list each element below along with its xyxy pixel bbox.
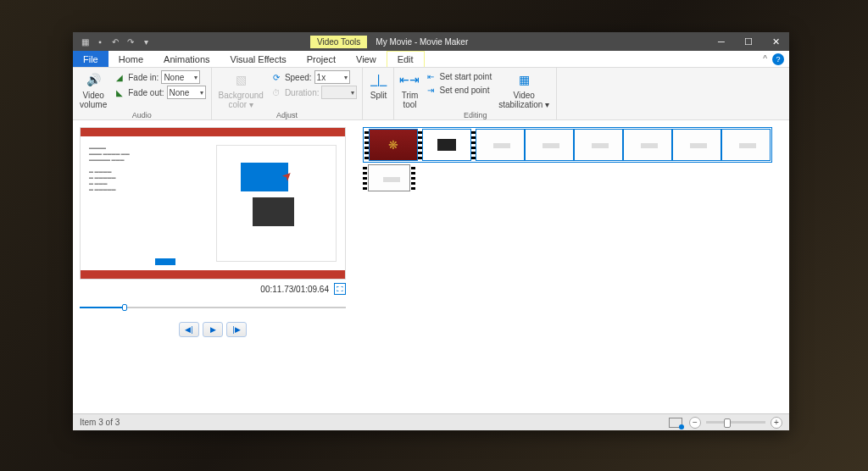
- titlebar: ▦ ▪ ↶ ↷ ▾ Video Tools My Movie - Movie M…: [73, 32, 789, 51]
- stabilization-icon: ▦: [515, 72, 532, 89]
- background-color-button: ▧ Background color ▾: [217, 70, 265, 111]
- ribbon-group-editing: ⇤⇥ Trim tool ⇤ Set start point ⇥ Set end…: [393, 68, 557, 119]
- set-start-point-button[interactable]: ⇤ Set start point: [425, 70, 492, 82]
- audio-group-label: Audio: [78, 111, 206, 119]
- clip-3a[interactable]: [476, 129, 525, 161]
- close-button[interactable]: ✕: [762, 32, 789, 51]
- clip-3f[interactable]: [721, 129, 771, 161]
- duration-select: [321, 86, 357, 99]
- tab-project[interactable]: Project: [297, 51, 346, 67]
- clip-1[interactable]: [369, 129, 418, 161]
- trim-tool-button[interactable]: ⇤⇥ Trim tool: [399, 70, 420, 111]
- speed-select[interactable]: 1x: [314, 70, 350, 84]
- video-stabilization-button[interactable]: ▦ Video stabilization ▾: [497, 70, 551, 111]
- play-button[interactable]: ▶: [203, 322, 223, 337]
- tab-home[interactable]: Home: [108, 51, 153, 67]
- tab-animations[interactable]: Animations: [153, 51, 220, 67]
- save-icon[interactable]: ▪: [95, 36, 105, 47]
- ribbon-group-audio: 🔊 Video volume ◢ Fade in: None ◣ Fade ou…: [73, 68, 212, 119]
- prev-frame-button[interactable]: ◀|: [179, 322, 199, 337]
- speed-icon: ⟳: [270, 71, 282, 83]
- split-label: Split: [370, 91, 387, 100]
- maximize-button[interactable]: ☐: [735, 32, 762, 51]
- video-volume-label: Video volume: [80, 91, 107, 109]
- speed-label: Speed:: [285, 73, 312, 82]
- adjust-group-label: Adjust: [217, 111, 358, 119]
- ribbon: 🔊 Video volume ◢ Fade in: None ◣ Fade ou…: [73, 68, 789, 120]
- fade-in-icon: ◢: [114, 71, 125, 83]
- clip-3d[interactable]: [623, 129, 672, 161]
- zoom-slider[interactable]: [706, 421, 765, 424]
- ribbon-group-split: ⎯|⎯ Split: [363, 68, 393, 119]
- collapse-ribbon-icon[interactable]: ^: [763, 54, 767, 64]
- app-window: ▦ ▪ ↶ ↷ ▾ Video Tools My Movie - Movie M…: [73, 32, 789, 430]
- status-item-count: Item 3 of 3: [80, 418, 120, 427]
- palette-icon: ▧: [232, 72, 249, 89]
- end-point-icon: ⇥: [425, 84, 437, 96]
- preview-pane: ▬▬▬▬▬▬▬ ▬▬▬▬ ▬▬▬▬▬▬▬ ▬▬▬▬ ▬▬▬▬▬ ▬▬▬▬▬▬ ▬…: [73, 120, 353, 413]
- redo-icon[interactable]: ↷: [125, 36, 136, 47]
- clip-2[interactable]: [422, 129, 471, 161]
- tab-view[interactable]: View: [346, 51, 387, 67]
- split-icon: ⎯|⎯: [370, 72, 387, 89]
- content-area: ▬▬▬▬▬▬▬ ▬▬▬▬ ▬▬▬▬▬▬▬ ▬▬▬▬ ▬▬▬▬▬ ▬▬▬▬▬▬ ▬…: [73, 120, 789, 413]
- tab-edit[interactable]: Edit: [387, 51, 425, 67]
- tab-visual-effects[interactable]: Visual Effects: [220, 51, 297, 67]
- timeline-row-1[interactable]: [363, 127, 772, 163]
- fade-in-select[interactable]: None: [161, 70, 200, 84]
- timeline-row-2[interactable]: [363, 164, 779, 191]
- bg-color-label: Background color ▾: [219, 91, 264, 109]
- help-icon[interactable]: ?: [772, 53, 784, 65]
- zoom-out-button[interactable]: −: [689, 417, 701, 429]
- clip-tail[interactable]: [368, 164, 410, 191]
- contextual-tab-label: Video Tools: [310, 36, 367, 48]
- app-icon: ▦: [80, 36, 90, 47]
- duration-label: Duration:: [285, 88, 320, 97]
- trim-icon: ⇤⇥: [401, 72, 418, 89]
- time-display: 00:11.73/01:09.64: [260, 285, 329, 294]
- minimize-button[interactable]: ─: [708, 32, 735, 51]
- zoom-in-button[interactable]: +: [771, 417, 782, 429]
- seek-slider[interactable]: [80, 302, 346, 313]
- fade-out-icon: ◣: [114, 86, 125, 98]
- playback-controls: ◀| ▶ |▶: [80, 322, 346, 337]
- window-title: My Movie - Movie Maker: [376, 37, 468, 47]
- speaker-icon: 🔊: [85, 72, 102, 89]
- video-volume-button[interactable]: 🔊 Video volume: [78, 70, 108, 111]
- clip-3c[interactable]: [574, 129, 623, 161]
- next-frame-button[interactable]: |▶: [226, 322, 247, 337]
- window-buttons: ─ ☐ ✕: [708, 32, 789, 51]
- set-end-point-button[interactable]: ⇥ Set end point: [425, 84, 492, 96]
- ribbon-tabs: File Home Animations Visual Effects Proj…: [73, 51, 789, 68]
- stabilization-label: Video stabilization ▾: [498, 91, 549, 109]
- editing-group-label: Editing: [399, 111, 551, 119]
- undo-icon[interactable]: ↶: [110, 36, 120, 47]
- fullscreen-icon[interactable]: ⛶: [334, 283, 346, 295]
- statusbar: Item 3 of 3 − +: [73, 413, 789, 430]
- timeline-pane[interactable]: [353, 120, 789, 413]
- qat-dropdown-icon[interactable]: ▾: [141, 36, 151, 47]
- thumbnail-size-icon[interactable]: [669, 418, 682, 428]
- ribbon-group-adjust: ▧ Background color ▾ ⟳ Speed: 1x ⏱ Durat…: [212, 68, 364, 119]
- trim-label: Trim tool: [402, 91, 419, 109]
- clip-3e[interactable]: [672, 129, 721, 161]
- duration-icon: ⏱: [270, 86, 282, 98]
- preview-video[interactable]: ▬▬▬▬▬▬▬ ▬▬▬▬ ▬▬▬▬▬▬▬ ▬▬▬▬ ▬▬▬▬▬ ▬▬▬▬▬▬ ▬…: [80, 127, 346, 280]
- fade-out-select[interactable]: None: [167, 86, 206, 99]
- fade-in-label: Fade in:: [128, 73, 159, 82]
- start-point-icon: ⇤: [425, 70, 437, 82]
- split-button[interactable]: ⎯|⎯ Split: [368, 70, 388, 102]
- tab-file[interactable]: File: [73, 51, 108, 67]
- clip-3b[interactable]: [525, 129, 574, 161]
- fade-out-label: Fade out:: [128, 88, 164, 97]
- quick-access-toolbar: ▦ ▪ ↶ ↷ ▾: [73, 36, 158, 47]
